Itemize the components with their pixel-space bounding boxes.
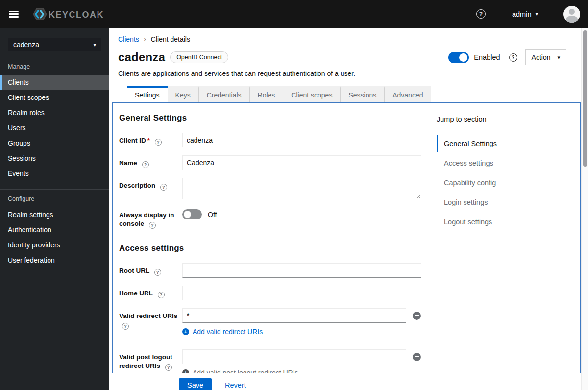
realm-selector-value: cadenza xyxy=(13,41,39,49)
question-circle-icon[interactable]: ? xyxy=(509,53,517,62)
question-circle-icon[interactable]: ? xyxy=(149,222,156,229)
sidebar-item-client-scopes[interactable]: Client scopes xyxy=(0,90,109,105)
tab-bar: Settings Keys Credentials Roles Client s… xyxy=(109,86,588,102)
remove-post-logout-uri-icon[interactable] xyxy=(413,353,421,361)
required-indicator: * xyxy=(147,137,150,144)
home-url-input[interactable] xyxy=(182,286,421,300)
protocol-badge: OpenID Connect xyxy=(170,51,228,63)
sidebar-item-identity-providers[interactable]: Identity providers xyxy=(0,238,109,253)
add-post-logout-uri-button[interactable]: + Add valid post logout redirect URIs xyxy=(182,369,421,373)
plus-circle-icon: + xyxy=(182,369,189,373)
home-url-row: Home URL ? xyxy=(119,286,421,300)
always-display-state: Off xyxy=(208,211,217,219)
nav-section-manage: Manage xyxy=(0,53,109,75)
username: admin xyxy=(512,10,532,18)
jump-item-logout-settings[interactable]: Logout settings xyxy=(437,212,574,232)
realm-selector[interactable]: cadenza ▾ xyxy=(8,38,101,51)
enabled-label: Enabled xyxy=(474,53,500,61)
valid-redirect-uri-input[interactable] xyxy=(182,308,406,323)
sidebar-item-realm-settings[interactable]: Realm settings xyxy=(0,207,109,222)
general-settings-heading: General Settings xyxy=(119,113,421,123)
sidebar-item-clients[interactable]: Clients xyxy=(0,75,109,90)
caret-down-icon: ▾ xyxy=(535,11,538,17)
page-header: Clients › Client details cadenza OpenID … xyxy=(109,28,588,80)
settings-panel: General Settings Client ID* ? Name ? xyxy=(112,102,581,373)
avatar-body-icon xyxy=(566,16,578,23)
name-row: Name ? xyxy=(119,155,421,170)
description-row: Description ? xyxy=(119,178,421,199)
scrollbar-thumb[interactable] xyxy=(583,30,587,167)
tab-advanced[interactable]: Advanced xyxy=(384,86,431,102)
tab-sessions[interactable]: Sessions xyxy=(340,86,384,102)
sidebar: cadenza ▾ Manage Clients Client scopes R… xyxy=(0,28,109,390)
brand-text: KEYCLOAK xyxy=(49,10,104,20)
description-textarea[interactable] xyxy=(182,178,421,199)
caret-down-icon: ▾ xyxy=(93,42,96,48)
keycloak-logo[interactable]: KEYCLOAK xyxy=(31,7,106,22)
sidebar-item-realm-roles[interactable]: Realm roles xyxy=(0,105,109,121)
save-button[interactable]: Save xyxy=(179,378,212,390)
enabled-toggle[interactable] xyxy=(448,52,469,63)
question-circle-icon[interactable]: ? xyxy=(142,161,149,168)
breadcrumb-clients-link[interactable]: Clients xyxy=(118,35,139,43)
jump-item-access-settings[interactable]: Access settings xyxy=(437,153,574,173)
root-url-input[interactable] xyxy=(182,263,421,278)
nav-section-configure: Configure xyxy=(0,190,109,207)
sidebar-item-user-federation[interactable]: User federation xyxy=(0,253,109,268)
question-circle-icon[interactable]: ? xyxy=(155,139,162,146)
jump-item-login-settings[interactable]: Login settings xyxy=(437,193,574,212)
page-scrollbar[interactable] xyxy=(581,28,588,390)
valid-redirect-uris-label: Valid redirect URIs ? xyxy=(119,308,179,330)
tab-roles[interactable]: Roles xyxy=(249,86,283,102)
caret-down-icon: ▾ xyxy=(557,54,560,61)
always-display-toggle[interactable] xyxy=(182,209,202,219)
user-menu[interactable]: admin ▾ xyxy=(512,10,538,18)
name-input[interactable] xyxy=(182,155,421,170)
client-id-label: Client ID* ? xyxy=(119,133,179,146)
breadcrumb: Clients › Client details xyxy=(118,35,566,43)
page-description: Clients are applications and services th… xyxy=(118,70,566,77)
client-id-row: Client ID* ? xyxy=(119,133,421,147)
question-circle-icon[interactable]: ? xyxy=(122,323,129,330)
sidebar-item-sessions[interactable]: Sessions xyxy=(0,151,109,166)
hamburger-menu-icon[interactable] xyxy=(9,11,19,18)
description-label: Description ? xyxy=(119,178,179,191)
valid-post-logout-uris-label: Valid post logout redirect URIs ? xyxy=(119,349,179,371)
keycloak-admin-console: KEYCLOAK ? admin ▾ cadenza ▾ Manage Clie xyxy=(0,0,588,390)
home-url-label: Home URL ? xyxy=(119,286,179,298)
action-dropdown[interactable]: Action ▾ xyxy=(525,49,566,65)
form-action-bar: Save Revert xyxy=(109,373,588,390)
valid-post-logout-uri-input[interactable] xyxy=(182,349,406,364)
main-content: Clients › Client details cadenza OpenID … xyxy=(109,28,588,390)
access-settings-heading: Access settings xyxy=(119,244,421,253)
jump-item-capability-config[interactable]: Capability config xyxy=(437,173,574,193)
client-id-input[interactable] xyxy=(182,133,421,147)
always-display-label: Always display in console ? xyxy=(119,207,179,229)
remove-redirect-uri-icon[interactable] xyxy=(413,312,421,320)
tab-credentials[interactable]: Credentials xyxy=(198,86,249,102)
revert-button[interactable]: Revert xyxy=(225,381,246,389)
question-circle-icon[interactable]: ? xyxy=(158,292,165,298)
sidebar-nav: Manage Clients Client scopes Realm roles… xyxy=(0,53,109,268)
tab-settings[interactable]: Settings xyxy=(127,86,168,102)
add-valid-redirect-uri-button[interactable]: + Add valid redirect URIs xyxy=(182,328,421,336)
tab-keys[interactable]: Keys xyxy=(168,86,198,102)
valid-redirect-uris-row: Valid redirect URIs ? + Add valid redire… xyxy=(119,308,421,336)
sidebar-item-events[interactable]: Events xyxy=(0,166,109,181)
sidebar-item-authentication[interactable]: Authentication xyxy=(0,222,109,238)
breadcrumb-current: Client details xyxy=(151,35,190,43)
valid-post-logout-uris-row: Valid post logout redirect URIs ? + Add … xyxy=(119,349,421,373)
action-label: Action xyxy=(532,53,551,61)
question-circle-icon[interactable]: ? xyxy=(154,269,161,276)
top-bar: KEYCLOAK ? admin ▾ xyxy=(0,0,588,28)
question-circle-icon[interactable]: ? xyxy=(165,364,172,371)
jump-item-general-settings[interactable]: General Settings xyxy=(437,134,574,153)
tab-client-scopes[interactable]: Client scopes xyxy=(283,86,340,102)
help-icon[interactable]: ? xyxy=(476,9,486,19)
question-circle-icon[interactable]: ? xyxy=(160,184,167,191)
sidebar-item-users[interactable]: Users xyxy=(0,121,109,136)
sidebar-item-groups[interactable]: Groups xyxy=(0,136,109,151)
root-url-row: Root URL ? xyxy=(119,263,421,278)
topbar-right: ? admin ▾ xyxy=(476,6,580,23)
avatar[interactable] xyxy=(564,6,580,23)
